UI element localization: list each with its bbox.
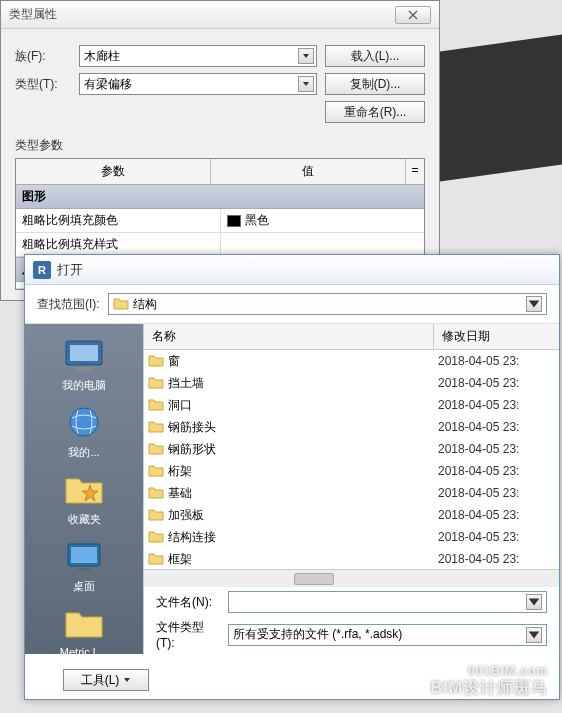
family-value: 木廊柱 [84,48,120,65]
file-date: 2018-04-05 23: [438,442,555,456]
place-desktop[interactable]: 桌面 [25,533,143,598]
svg-rect-1 [70,345,98,361]
folder-icon [148,420,164,434]
file-date: 2018-04-05 23: [438,486,555,500]
col-value[interactable]: 值 [211,159,406,184]
folder-icon [148,398,164,412]
dialog-title: 类型属性 [9,6,57,23]
app-icon: R [33,261,51,279]
file-date: 2018-04-05 23: [438,398,555,412]
folder-icon [148,552,164,566]
filetype-value: 所有受支持的文件 (*.rfa, *.adsk) [233,626,402,643]
file-row[interactable]: 挡土墙2018-04-05 23: [144,372,559,394]
look-in-combo[interactable]: 结构 [108,293,547,315]
folder-icon [148,376,164,390]
file-name: 挡土墙 [168,375,204,392]
folder-icon [148,486,164,500]
type-value: 有梁偏移 [84,76,132,93]
scrollbar-thumb[interactable] [294,573,334,585]
chevron-down-icon [526,594,542,610]
folder-icon [62,605,106,643]
file-name: 结构连接 [168,529,216,546]
color-swatch [227,215,241,227]
family-label: 族(F): [15,48,79,65]
rename-button[interactable]: 重命名(R)... [325,101,425,123]
file-row[interactable]: 结构连接2018-04-05 23: [144,526,559,548]
file-row[interactable]: 加强板2018-04-05 23: [144,504,559,526]
param-row[interactable]: 粗略比例填充颜色 黑色 [16,209,424,233]
param-value [221,233,425,256]
place-my-computer[interactable]: 我的电脑 [25,332,143,397]
titlebar[interactable]: 类型属性 [1,1,439,29]
type-combo[interactable]: 有梁偏移 [79,73,317,95]
place-library[interactable]: Metric L... [25,600,143,654]
close-button[interactable] [395,6,431,24]
file-name: 桁架 [168,463,192,480]
filename-label: 文件名(N): [156,594,220,611]
file-date: 2018-04-05 23: [438,552,555,566]
svg-rect-2 [76,367,92,371]
favorites-folder-icon [62,471,106,509]
col-date[interactable]: 修改日期 [434,324,559,349]
file-name: 洞口 [168,397,192,414]
place-network[interactable]: 我的... [25,399,143,464]
globe-icon [62,404,106,442]
type-label: 类型(T): [15,76,79,93]
type-params-label: 类型参数 [15,137,425,154]
chevron-down-icon [298,48,314,64]
look-in-label: 查找范围(I): [37,296,100,313]
horizontal-scrollbar[interactable] [144,569,559,587]
param-value: 黑色 [245,212,269,229]
file-row[interactable]: 桁架2018-04-05 23: [144,460,559,482]
file-name: 窗 [168,353,180,370]
computer-icon [62,337,106,375]
folder-icon [148,464,164,478]
titlebar[interactable]: R 打开 [25,255,559,285]
place-favorites[interactable]: 收藏夹 [25,466,143,531]
chevron-down-icon [298,76,314,92]
file-date: 2018-04-05 23: [438,508,555,522]
file-date: 2018-04-05 23: [438,530,555,544]
param-name: 粗略比例填充颜色 [16,209,221,232]
filetype-combo[interactable]: 所有受支持的文件 (*.rfa, *.adsk) [228,624,547,646]
svg-rect-5 [71,547,97,563]
dialog-title: 打开 [57,261,83,279]
file-row[interactable]: 钢筋形状2018-04-05 23: [144,438,559,460]
file-date: 2018-04-05 23: [438,376,555,390]
file-date: 2018-04-05 23: [438,420,555,434]
col-eq[interactable]: = [406,159,424,184]
chevron-down-icon [123,676,131,684]
tools-button[interactable]: 工具(L) [63,669,149,691]
file-name: 加强板 [168,507,204,524]
folder-icon [148,530,164,544]
file-row[interactable]: 框架2018-04-05 23: [144,548,559,569]
file-date: 2018-04-05 23: [438,464,555,478]
watermark: 001BIM.com BIM设计师斑马 [431,664,548,699]
file-name: 框架 [168,551,192,568]
background-3d [422,26,562,184]
col-param[interactable]: 参数 [16,159,211,184]
family-combo[interactable]: 木廊柱 [79,45,317,67]
folder-icon [148,508,164,522]
close-icon [408,10,418,20]
places-bar: 我的电脑 我的... 收藏夹 桌面 Metric L... [25,324,143,654]
group-graphics[interactable]: 图形 [16,184,424,209]
param-name: 粗略比例填充样式 [16,233,221,256]
open-dialog: R 打开 查找范围(I): 结构 我的电脑 我的... 收藏夹 [24,254,560,700]
file-row[interactable]: 基础2018-04-05 23: [144,482,559,504]
file-list[interactable]: 窗2018-04-05 23:挡土墙2018-04-05 23:洞口2018-0… [144,350,559,569]
folder-icon [148,442,164,456]
file-row[interactable]: 钢筋接头2018-04-05 23: [144,416,559,438]
file-row[interactable]: 窗2018-04-05 23: [144,350,559,372]
load-button[interactable]: 载入(L)... [325,45,425,67]
duplicate-button[interactable]: 复制(D)... [325,73,425,95]
file-name: 钢筋接头 [168,419,216,436]
svg-point-3 [70,408,98,436]
col-name[interactable]: 名称 [144,324,434,349]
folder-icon [113,297,129,311]
file-row[interactable]: 洞口2018-04-05 23: [144,394,559,416]
chevron-down-icon [526,627,542,643]
filename-input[interactable] [228,591,547,613]
file-name: 基础 [168,485,192,502]
file-name: 钢筋形状 [168,441,216,458]
